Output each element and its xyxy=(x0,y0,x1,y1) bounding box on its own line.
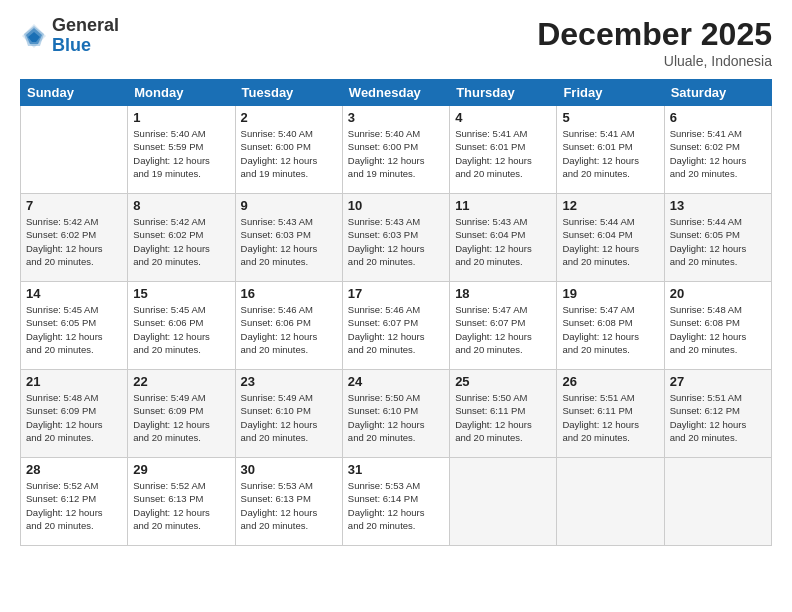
weekday-header: Friday xyxy=(557,80,664,106)
calendar-cell: 10Sunrise: 5:43 AMSunset: 6:03 PMDayligh… xyxy=(342,194,449,282)
day-info: Sunrise: 5:43 AMSunset: 6:04 PMDaylight:… xyxy=(455,215,551,268)
calendar-cell: 1Sunrise: 5:40 AMSunset: 5:59 PMDaylight… xyxy=(128,106,235,194)
day-number: 26 xyxy=(562,374,658,389)
calendar-cell: 29Sunrise: 5:52 AMSunset: 6:13 PMDayligh… xyxy=(128,458,235,546)
weekday-header: Saturday xyxy=(664,80,771,106)
day-info: Sunrise: 5:42 AMSunset: 6:02 PMDaylight:… xyxy=(133,215,229,268)
day-number: 22 xyxy=(133,374,229,389)
day-number: 24 xyxy=(348,374,444,389)
day-info: Sunrise: 5:50 AMSunset: 6:11 PMDaylight:… xyxy=(455,391,551,444)
calendar-cell: 25Sunrise: 5:50 AMSunset: 6:11 PMDayligh… xyxy=(450,370,557,458)
day-info: Sunrise: 5:53 AMSunset: 6:13 PMDaylight:… xyxy=(241,479,337,532)
day-number: 13 xyxy=(670,198,766,213)
calendar-cell: 20Sunrise: 5:48 AMSunset: 6:08 PMDayligh… xyxy=(664,282,771,370)
day-number: 2 xyxy=(241,110,337,125)
day-info: Sunrise: 5:48 AMSunset: 6:09 PMDaylight:… xyxy=(26,391,122,444)
day-info: Sunrise: 5:48 AMSunset: 6:08 PMDaylight:… xyxy=(670,303,766,356)
weekday-header-row: SundayMondayTuesdayWednesdayThursdayFrid… xyxy=(21,80,772,106)
day-number: 14 xyxy=(26,286,122,301)
day-number: 3 xyxy=(348,110,444,125)
day-number: 25 xyxy=(455,374,551,389)
calendar-cell: 12Sunrise: 5:44 AMSunset: 6:04 PMDayligh… xyxy=(557,194,664,282)
calendar-week-row: 21Sunrise: 5:48 AMSunset: 6:09 PMDayligh… xyxy=(21,370,772,458)
weekday-header: Thursday xyxy=(450,80,557,106)
day-number: 12 xyxy=(562,198,658,213)
day-info: Sunrise: 5:49 AMSunset: 6:10 PMDaylight:… xyxy=(241,391,337,444)
calendar-cell xyxy=(557,458,664,546)
weekday-header: Wednesday xyxy=(342,80,449,106)
day-number: 1 xyxy=(133,110,229,125)
logo-text: General Blue xyxy=(52,16,119,56)
logo-general-text: General xyxy=(52,16,119,36)
calendar-cell: 19Sunrise: 5:47 AMSunset: 6:08 PMDayligh… xyxy=(557,282,664,370)
day-info: Sunrise: 5:45 AMSunset: 6:05 PMDaylight:… xyxy=(26,303,122,356)
day-number: 17 xyxy=(348,286,444,301)
day-number: 27 xyxy=(670,374,766,389)
day-info: Sunrise: 5:51 AMSunset: 6:11 PMDaylight:… xyxy=(562,391,658,444)
day-info: Sunrise: 5:44 AMSunset: 6:05 PMDaylight:… xyxy=(670,215,766,268)
header: General Blue December 2025 Uluale, Indon… xyxy=(20,16,772,69)
day-number: 29 xyxy=(133,462,229,477)
calendar-page: General Blue December 2025 Uluale, Indon… xyxy=(0,0,792,612)
calendar-cell: 31Sunrise: 5:53 AMSunset: 6:14 PMDayligh… xyxy=(342,458,449,546)
calendar-cell: 21Sunrise: 5:48 AMSunset: 6:09 PMDayligh… xyxy=(21,370,128,458)
day-info: Sunrise: 5:40 AMSunset: 5:59 PMDaylight:… xyxy=(133,127,229,180)
day-info: Sunrise: 5:41 AMSunset: 6:01 PMDaylight:… xyxy=(455,127,551,180)
calendar-cell: 6Sunrise: 5:41 AMSunset: 6:02 PMDaylight… xyxy=(664,106,771,194)
day-info: Sunrise: 5:52 AMSunset: 6:12 PMDaylight:… xyxy=(26,479,122,532)
calendar-cell: 28Sunrise: 5:52 AMSunset: 6:12 PMDayligh… xyxy=(21,458,128,546)
calendar-cell xyxy=(664,458,771,546)
calendar-cell: 22Sunrise: 5:49 AMSunset: 6:09 PMDayligh… xyxy=(128,370,235,458)
calendar-table: SundayMondayTuesdayWednesdayThursdayFrid… xyxy=(20,79,772,546)
day-info: Sunrise: 5:53 AMSunset: 6:14 PMDaylight:… xyxy=(348,479,444,532)
weekday-header: Tuesday xyxy=(235,80,342,106)
logo-icon xyxy=(20,22,48,50)
calendar-week-row: 1Sunrise: 5:40 AMSunset: 5:59 PMDaylight… xyxy=(21,106,772,194)
day-number: 28 xyxy=(26,462,122,477)
calendar-week-row: 28Sunrise: 5:52 AMSunset: 6:12 PMDayligh… xyxy=(21,458,772,546)
day-info: Sunrise: 5:46 AMSunset: 6:07 PMDaylight:… xyxy=(348,303,444,356)
day-info: Sunrise: 5:43 AMSunset: 6:03 PMDaylight:… xyxy=(241,215,337,268)
day-info: Sunrise: 5:47 AMSunset: 6:08 PMDaylight:… xyxy=(562,303,658,356)
month-title: December 2025 xyxy=(537,16,772,53)
day-number: 11 xyxy=(455,198,551,213)
calendar-week-row: 14Sunrise: 5:45 AMSunset: 6:05 PMDayligh… xyxy=(21,282,772,370)
logo: General Blue xyxy=(20,16,119,56)
calendar-cell: 9Sunrise: 5:43 AMSunset: 6:03 PMDaylight… xyxy=(235,194,342,282)
logo-blue-text: Blue xyxy=(52,36,119,56)
calendar-cell: 5Sunrise: 5:41 AMSunset: 6:01 PMDaylight… xyxy=(557,106,664,194)
day-number: 9 xyxy=(241,198,337,213)
day-info: Sunrise: 5:45 AMSunset: 6:06 PMDaylight:… xyxy=(133,303,229,356)
day-number: 30 xyxy=(241,462,337,477)
day-number: 20 xyxy=(670,286,766,301)
calendar-week-row: 7Sunrise: 5:42 AMSunset: 6:02 PMDaylight… xyxy=(21,194,772,282)
calendar-cell xyxy=(21,106,128,194)
day-number: 18 xyxy=(455,286,551,301)
calendar-cell: 27Sunrise: 5:51 AMSunset: 6:12 PMDayligh… xyxy=(664,370,771,458)
calendar-cell: 16Sunrise: 5:46 AMSunset: 6:06 PMDayligh… xyxy=(235,282,342,370)
calendar-cell: 13Sunrise: 5:44 AMSunset: 6:05 PMDayligh… xyxy=(664,194,771,282)
day-number: 23 xyxy=(241,374,337,389)
day-info: Sunrise: 5:51 AMSunset: 6:12 PMDaylight:… xyxy=(670,391,766,444)
day-info: Sunrise: 5:47 AMSunset: 6:07 PMDaylight:… xyxy=(455,303,551,356)
title-section: December 2025 Uluale, Indonesia xyxy=(537,16,772,69)
day-number: 5 xyxy=(562,110,658,125)
calendar-cell: 3Sunrise: 5:40 AMSunset: 6:00 PMDaylight… xyxy=(342,106,449,194)
day-number: 6 xyxy=(670,110,766,125)
day-number: 31 xyxy=(348,462,444,477)
weekday-header: Sunday xyxy=(21,80,128,106)
calendar-cell: 8Sunrise: 5:42 AMSunset: 6:02 PMDaylight… xyxy=(128,194,235,282)
day-info: Sunrise: 5:42 AMSunset: 6:02 PMDaylight:… xyxy=(26,215,122,268)
calendar-cell: 4Sunrise: 5:41 AMSunset: 6:01 PMDaylight… xyxy=(450,106,557,194)
day-number: 4 xyxy=(455,110,551,125)
calendar-cell: 24Sunrise: 5:50 AMSunset: 6:10 PMDayligh… xyxy=(342,370,449,458)
day-info: Sunrise: 5:43 AMSunset: 6:03 PMDaylight:… xyxy=(348,215,444,268)
day-info: Sunrise: 5:50 AMSunset: 6:10 PMDaylight:… xyxy=(348,391,444,444)
calendar-cell: 30Sunrise: 5:53 AMSunset: 6:13 PMDayligh… xyxy=(235,458,342,546)
day-info: Sunrise: 5:41 AMSunset: 6:02 PMDaylight:… xyxy=(670,127,766,180)
day-number: 19 xyxy=(562,286,658,301)
calendar-cell: 23Sunrise: 5:49 AMSunset: 6:10 PMDayligh… xyxy=(235,370,342,458)
day-info: Sunrise: 5:46 AMSunset: 6:06 PMDaylight:… xyxy=(241,303,337,356)
day-info: Sunrise: 5:44 AMSunset: 6:04 PMDaylight:… xyxy=(562,215,658,268)
calendar-cell: 15Sunrise: 5:45 AMSunset: 6:06 PMDayligh… xyxy=(128,282,235,370)
